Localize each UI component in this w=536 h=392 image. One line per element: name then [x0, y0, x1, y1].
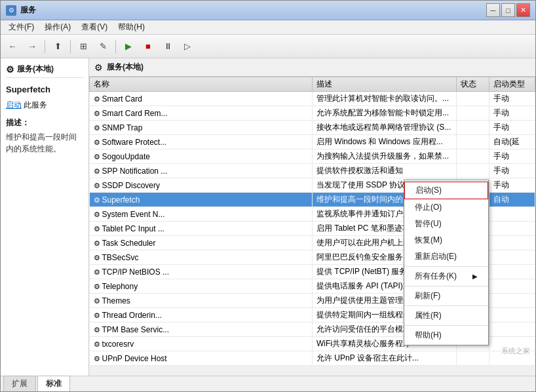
context-menu-item[interactable]: 恢复(M) — [404, 232, 488, 248]
cell-status — [457, 149, 489, 164]
resume-service-button[interactable]: ▷ — [178, 38, 197, 55]
cell-desc: 允许 UPnP 设备宿主在此计... — [313, 351, 457, 366]
context-menu-item[interactable]: 属性(R) — [404, 307, 488, 324]
table-row[interactable]: ⚙Software Protect... 启用 Windows 和 Window… — [90, 135, 535, 149]
service-icon: ⚙ — [94, 311, 100, 319]
description-label: 描述： — [6, 117, 83, 128]
table-row[interactable]: ⚙SogouUpdate 为搜狗输入法提供升级服务，如果禁... 手动 — [90, 149, 535, 164]
service-icon: ⚙ — [94, 268, 100, 276]
cell-name: ⚙TPM Base Servic... — [90, 323, 313, 337]
table-row[interactable]: ⚙Smart Card Rem... 允许系统配置为移除智能卡时锁定用... 手… — [90, 106, 535, 121]
cell-startup — [489, 279, 535, 294]
menu-file[interactable]: 文件(F) — [3, 20, 39, 34]
right-panel: ⚙ 服务(本地) 名称 描述 状态 启动类型 ⚙Smart Card — [89, 58, 535, 376]
cell-name: ⚙Themes — [90, 294, 313, 308]
service-icon: ⚙ — [94, 239, 100, 247]
service-icon: ⚙ — [94, 196, 100, 204]
table-row[interactable]: ⚙UPnP Device Host 允许 UPnP 设备宿主在此计... — [90, 351, 535, 366]
col-startup[interactable]: 启动类型 — [489, 77, 535, 92]
cell-name: ⚙SogouUpdate — [90, 149, 313, 164]
submenu-arrow: ▶ — [472, 273, 478, 280]
service-icon: ⚙ — [94, 340, 100, 348]
cell-name: ⚙Software Protect... — [90, 135, 313, 149]
cell-startup: 手动 — [489, 164, 535, 178]
up-button[interactable]: ⬆ — [48, 38, 67, 55]
cell-name: ⚙Smart Card — [90, 92, 313, 106]
forward-button[interactable]: → — [23, 38, 41, 55]
cell-name: ⚙TBSecSvc — [90, 250, 313, 265]
back-button[interactable]: ← — [3, 38, 22, 55]
menu-help[interactable]: 帮助(H) — [113, 20, 150, 34]
main-area: ⚙ 服务(本地) Superfetch 启动 此服务 描述： 维护和提高一段时间… — [1, 58, 535, 376]
service-link-container: 启动 此服务 — [6, 100, 83, 111]
view-button[interactable]: ✎ — [94, 38, 112, 55]
context-menu-item[interactable]: 启动(S) — [404, 182, 488, 199]
title-bar: ⚙ 服务 ─ □ ✕ — [1, 1, 535, 20]
services-icon: ⚙ — [6, 64, 14, 75]
tab-standard[interactable]: 标准 — [37, 376, 70, 391]
cell-status — [457, 135, 489, 149]
cell-status — [457, 164, 489, 178]
cell-startup: 手动 — [489, 149, 535, 164]
col-name[interactable]: 名称 — [90, 77, 313, 92]
start-service-button[interactable]: ▶ — [119, 38, 138, 55]
context-menu-item[interactable]: 暂停(U) — [404, 216, 488, 232]
cell-name: ⚙SSDP Discovery — [90, 178, 313, 193]
show-console-button[interactable]: ⊞ — [74, 38, 92, 55]
service-start-link[interactable]: 启动 — [6, 100, 22, 109]
service-icon: ⚙ — [94, 283, 100, 290]
context-menu-item[interactable]: 停止(O) — [404, 199, 488, 216]
context-menu-item[interactable]: 帮助(H) — [404, 327, 488, 343]
close-button[interactable]: ✕ — [516, 3, 530, 17]
left-panel-title: 服务(本地) — [17, 64, 54, 75]
service-icon: ⚙ — [94, 225, 100, 233]
cell-startup — [489, 351, 535, 366]
context-menu-item[interactable]: 刷新(F) — [404, 288, 488, 304]
col-status[interactable]: 状态 — [457, 77, 489, 92]
service-icon: ⚙ — [94, 109, 100, 117]
tab-expand[interactable]: 扩展 — [3, 376, 36, 391]
pause-service-button[interactable]: ⏸ — [159, 38, 177, 55]
cell-name: ⚙txcoresrv — [90, 337, 313, 351]
menu-action[interactable]: 操作(A) — [39, 20, 76, 34]
cell-startup — [489, 265, 535, 279]
menu-view[interactable]: 查看(V) — [76, 20, 113, 34]
cell-desc: 允许系统配置为移除智能卡时锁定用... — [313, 106, 457, 121]
cell-name: ⚙Smart Card Rem... — [90, 106, 313, 121]
cell-desc: 管理此计算机对智能卡的取读访问。... — [313, 92, 457, 106]
window-icon: ⚙ — [6, 5, 16, 16]
cell-startup — [489, 236, 535, 250]
stop-service-button[interactable]: ■ — [139, 38, 157, 55]
left-panel-header: ⚙ 服务(本地) — [6, 64, 83, 78]
service-icon: ⚙ — [94, 182, 100, 189]
col-desc[interactable]: 描述 — [313, 77, 457, 92]
cell-name: ⚙TCP/IP NetBIOS ... — [90, 265, 313, 279]
context-menu-separator — [404, 286, 488, 286]
menu-bar: 文件(F) 操作(A) 查看(V) 帮助(H) — [1, 20, 535, 35]
toolbar: ← → ⬆ ⊞ ✎ ▶ ■ ⏸ ▷ — [1, 35, 535, 58]
service-icon: ⚙ — [94, 95, 100, 103]
minimize-button[interactable]: ─ — [486, 3, 500, 17]
selected-service-name: Superfetch — [6, 85, 83, 94]
cell-status — [457, 121, 489, 135]
cell-name: ⚙SNMP Trap — [90, 121, 313, 135]
context-menu-item[interactable]: 所有任务(K)▶ — [404, 268, 488, 284]
cell-startup — [489, 222, 535, 236]
service-icon: ⚙ — [94, 138, 100, 146]
cell-startup — [489, 250, 535, 265]
restore-button[interactable]: □ — [501, 3, 515, 17]
table-row[interactable]: ⚙Smart Card 管理此计算机对智能卡的取读访问。... 手动 — [90, 92, 535, 106]
cell-name: ⚙Telephony — [90, 279, 313, 294]
table-row[interactable]: ⚙SPP Notification ... 提供软件授权激活和通知 手动 — [90, 164, 535, 178]
service-icon: ⚙ — [94, 153, 100, 161]
description-text: 维护和提高一段时间内的系统性能。 — [6, 131, 83, 155]
cell-startup: 手动 — [489, 106, 535, 121]
service-icon: ⚙ — [94, 210, 100, 218]
table-row[interactable]: ⚙SNMP Trap 接收本地或远程简单网络管理协议 (S... 手动 — [90, 121, 535, 135]
cell-name: ⚙Superfetch — [90, 193, 313, 207]
cell-startup: 手动 — [489, 92, 535, 106]
context-menu-item[interactable]: 重新启动(E) — [404, 248, 488, 265]
cell-name: ⚙Tablet PC Input ... — [90, 222, 313, 236]
right-panel-title: 服务(本地) — [107, 62, 144, 73]
service-icon: ⚙ — [94, 124, 100, 132]
